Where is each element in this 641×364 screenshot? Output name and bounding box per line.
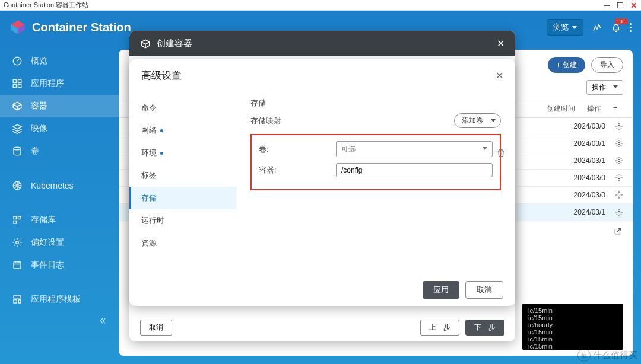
add-volume-button[interactable]: 添加卷 <box>454 113 501 128</box>
sidebar-item-containers[interactable]: 容器 <box>0 95 119 117</box>
helm-icon <box>12 180 23 191</box>
gear-icon <box>12 237 23 248</box>
tab-storage[interactable]: 存储 <box>129 187 236 209</box>
window-close-button[interactable]: ✕ <box>630 2 637 8</box>
cancel-button[interactable]: 取消 <box>140 320 172 336</box>
import-button[interactable]: 导入 <box>591 57 623 73</box>
container-path-input[interactable] <box>336 163 493 177</box>
svg-point-24 <box>618 177 620 179</box>
svg-rect-18 <box>14 296 21 298</box>
svg-rect-19 <box>14 300 17 303</box>
date-cell: 2024/03/1 <box>574 139 615 148</box>
close-icon[interactable]: ✕ <box>497 38 504 49</box>
svg-rect-14 <box>18 216 21 219</box>
tab-network[interactable]: 网络 <box>129 119 236 142</box>
tab-labels[interactable]: 标签 <box>129 164 236 187</box>
watermark: 值 什么值得买 <box>577 349 637 362</box>
app-title: Container Station <box>32 21 131 34</box>
tab-label: 资源 <box>141 238 157 248</box>
svg-point-16 <box>16 241 19 244</box>
create-button[interactable]: + 创建 <box>548 57 585 73</box>
tab-resources[interactable]: 资源 <box>129 232 236 254</box>
sidebar-item-events[interactable]: 事件日志 <box>0 254 119 276</box>
tab-environment[interactable]: 环境 <box>129 142 236 164</box>
sidebar-label: 事件日志 <box>31 260 64 270</box>
tab-runtime[interactable]: 运行时 <box>129 209 236 232</box>
tab-label: 命令 <box>141 103 157 113</box>
tab-label: 标签 <box>141 170 157 181</box>
activity-icon[interactable] <box>592 22 602 33</box>
sidebar-label: 应用程序模板 <box>31 294 81 305</box>
apply-button[interactable]: 应用 <box>423 281 459 299</box>
browse-button[interactable]: 浏览 <box>547 19 583 36</box>
sidebar-item-kubernetes[interactable]: Kubernetes <box>0 174 119 197</box>
sidebar-item-templates[interactable]: 应用程序模板 <box>0 288 119 311</box>
col-created: 创建时间 <box>541 104 581 114</box>
date-cell: 2024/03/0 <box>574 122 615 130</box>
sidebar-label: 存储库 <box>31 215 56 225</box>
notifications-icon[interactable]: 10+ <box>611 22 621 33</box>
gauge-icon <box>12 56 23 66</box>
sidebar-item-preferences[interactable]: 偏好设置 <box>0 231 119 254</box>
gear-icon[interactable] <box>615 122 623 130</box>
gear-icon[interactable] <box>615 208 623 216</box>
svg-point-22 <box>618 142 620 145</box>
storage-panel: 存储 存储映射 添加卷 卷: 可选 <box>236 92 515 274</box>
svg-marker-9 <box>13 124 22 129</box>
next-button[interactable]: 下一步 <box>465 320 504 336</box>
sidebar-item-images[interactable]: 映像 <box>0 117 119 140</box>
cancel-button[interactable]: 取消 <box>465 281 503 299</box>
tab-label: 存储 <box>141 193 157 203</box>
tab-command[interactable]: 命令 <box>129 97 236 119</box>
svg-rect-4 <box>13 79 16 82</box>
svg-point-26 <box>618 211 620 213</box>
more-menu-button[interactable] <box>630 23 632 32</box>
prev-button[interactable]: 上一步 <box>420 320 459 336</box>
volume-select[interactable]: 可选 <box>336 141 493 157</box>
sidebar-item-overview[interactable]: 概览 <box>0 50 119 72</box>
date-cell: 2024/03/1 <box>574 208 615 216</box>
template-icon <box>12 294 23 305</box>
svg-point-10 <box>14 147 21 150</box>
chevron-down-icon <box>572 26 577 29</box>
svg-rect-20 <box>18 300 21 303</box>
modal-title: 高级设置 <box>141 69 182 82</box>
sidebar-item-volumes[interactable]: 卷 <box>0 140 119 162</box>
tab-label: 运行时 <box>141 215 164 226</box>
close-icon[interactable]: ✕ <box>496 70 503 81</box>
col-add[interactable]: + <box>607 104 623 114</box>
database-icon <box>12 146 23 157</box>
ops-select[interactable]: 操作 <box>586 80 623 95</box>
gear-icon[interactable] <box>615 174 623 182</box>
svg-point-23 <box>618 159 620 162</box>
volume-label: 卷: <box>259 144 336 155</box>
external-link-icon[interactable] <box>614 227 622 235</box>
watermark-text: 什么值得买 <box>593 350 637 361</box>
svg-rect-13 <box>14 216 17 219</box>
window-maximize-button[interactable] <box>617 2 623 8</box>
window-titlebar: Container Station 容器工作站 ✕ <box>0 0 641 11</box>
squares-icon <box>12 215 23 225</box>
gear-icon[interactable] <box>615 139 623 148</box>
gear-icon[interactable] <box>615 157 623 165</box>
sidebar-collapse-button[interactable] <box>0 311 119 333</box>
browse-label: 浏览 <box>553 22 569 33</box>
svg-rect-17 <box>14 262 21 269</box>
date-cell: 2024/03/0 <box>574 191 615 199</box>
advanced-settings-modal: 高级设置 ✕ 命令 网络 环境 标签 存储 运行时 资源 存储 存储映射 添加卷 <box>129 59 515 306</box>
cube-icon <box>140 39 151 49</box>
svg-rect-7 <box>18 85 21 88</box>
sidebar: 概览 应用程序 容器 映像 卷 Kubernetes <box>0 44 119 364</box>
sidebar-label: 应用程序 <box>31 78 64 89</box>
console-line: ic/15min <box>528 314 617 321</box>
gear-icon[interactable] <box>615 191 623 199</box>
tab-label: 网络 <box>141 125 157 136</box>
sidebar-label: 偏好设置 <box>31 237 64 248</box>
svg-rect-5 <box>18 79 21 82</box>
sidebar-item-repos[interactable]: 存储库 <box>0 209 119 231</box>
console-line: ic/15min <box>528 336 617 343</box>
trash-icon[interactable] <box>496 148 506 158</box>
sidebar-item-applications[interactable]: 应用程序 <box>0 72 119 95</box>
sidebar-label: 映像 <box>31 123 47 134</box>
window-minimize-button[interactable] <box>604 5 610 6</box>
